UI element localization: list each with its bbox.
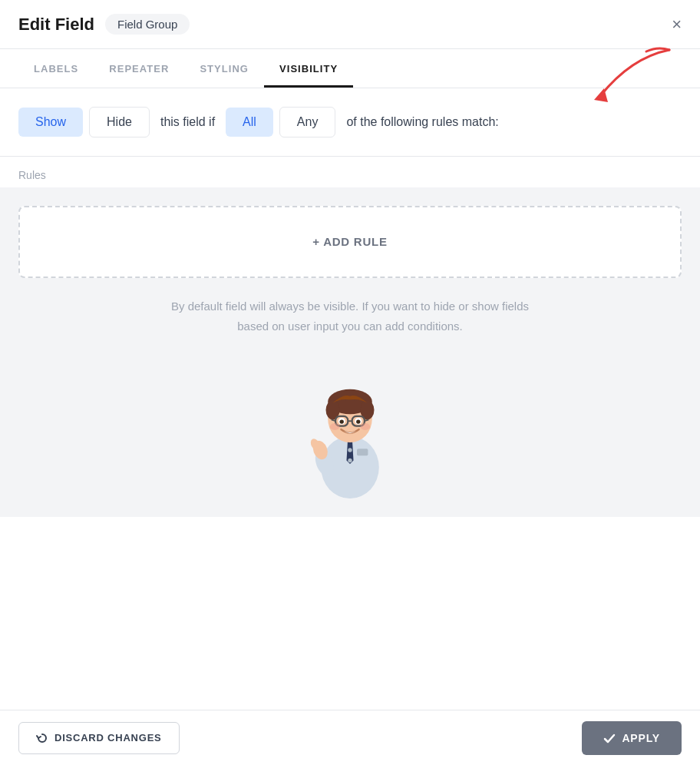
- check-icon: [603, 732, 616, 744]
- tab-repeater[interactable]: REPEATER: [94, 49, 184, 88]
- tab-styling[interactable]: STYLING: [184, 49, 264, 88]
- apply-button[interactable]: APPLY: [582, 721, 682, 755]
- header: Edit Field Field Group ×: [0, 0, 700, 49]
- tab-visibility[interactable]: VISIBILITY: [264, 49, 353, 88]
- show-button[interactable]: Show: [18, 108, 83, 137]
- following-text: of the following rules match:: [346, 115, 498, 129]
- svg-point-18: [361, 423, 371, 430]
- description-text: By default field will always be visible.…: [18, 296, 682, 336]
- add-rule-box[interactable]: + ADD RULE: [18, 206, 682, 278]
- page-title: Edit Field: [18, 15, 94, 35]
- svg-point-15: [340, 419, 344, 423]
- rules-label: Rules: [0, 157, 700, 187]
- discard-changes-button[interactable]: DISCARD CHANGES: [18, 722, 180, 754]
- close-button[interactable]: ×: [672, 15, 682, 35]
- tabs-bar: LABELS REPEATER STYLING VISIBILITY: [0, 49, 700, 88]
- tab-labels[interactable]: LABELS: [18, 49, 94, 88]
- content-area: + ADD RULE By default field will always …: [0, 187, 700, 517]
- svg-point-17: [330, 423, 340, 430]
- svg-point-16: [356, 419, 360, 423]
- svg-point-22: [348, 448, 352, 452]
- this-field-if-text: this field if: [160, 115, 215, 129]
- discard-icon: [36, 732, 48, 744]
- svg-rect-24: [357, 449, 368, 455]
- rules-section: Rules: [0, 157, 700, 187]
- visibility-controls: Show Hide this field if All Any of the f…: [0, 88, 700, 157]
- add-rule-text: + ADD RULE: [312, 235, 387, 248]
- any-button[interactable]: Any: [279, 107, 336, 137]
- illustration: [18, 360, 682, 498]
- character-illustration: [300, 360, 400, 498]
- footer: DISCARD CHANGES APPLY: [0, 710, 700, 765]
- all-button[interactable]: All: [226, 108, 273, 137]
- svg-point-23: [348, 459, 352, 462]
- field-group-badge: Field Group: [105, 14, 190, 35]
- hide-button[interactable]: Hide: [89, 107, 150, 137]
